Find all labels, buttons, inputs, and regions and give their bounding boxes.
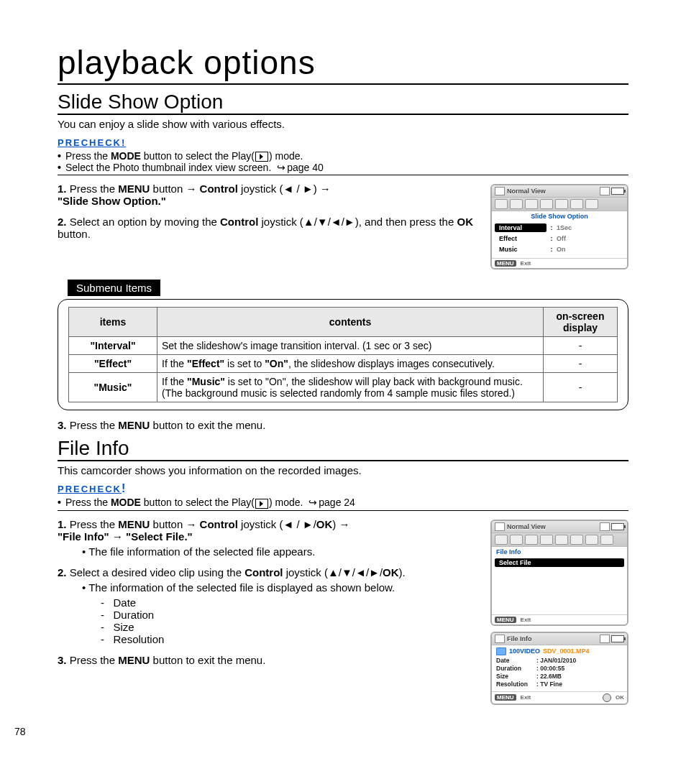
file-info-row: Date: JAN/01/2010 [496, 657, 623, 664]
battery-icon [611, 188, 624, 195]
toolbar-icon [525, 199, 538, 209]
step-text: joystick (▲/▼/◄/►), and then press the [258, 216, 457, 228]
lcd-footer-menu: MENU [495, 694, 516, 701]
toolbar-icon [585, 535, 598, 545]
precheck-item: • Select the Photo thumbnail index view … [58, 162, 628, 173]
lcd-title: File Info [507, 635, 532, 642]
lcd-toolbar [492, 533, 627, 547]
control-ref: Control [244, 566, 283, 578]
sub-bullet: • The information of the selected file i… [82, 581, 477, 594]
toolbar-icon [555, 535, 568, 545]
step-1: 1. Press the MENU button → Control joyst… [58, 183, 477, 207]
precheck-item: • Press the MODE button to select the Pl… [58, 150, 628, 162]
td-item: "Interval" [69, 337, 157, 355]
toolbar-icon [540, 535, 553, 545]
lcd-menu-label: Effect [495, 234, 546, 243]
photo-mode-icon [495, 187, 505, 195]
lcd-footer-exit: Exit [521, 617, 531, 623]
lcd-menu-value: On [557, 246, 566, 253]
card-icon [600, 187, 610, 195]
step-text: button to exit the menu. [150, 419, 265, 431]
section-slide-show-heading: Slide Show Option [58, 91, 628, 115]
control-ref: Control [200, 518, 238, 530]
precheck-text: ) mode. [269, 497, 306, 508]
precheck-block: PRECHECK! • Press the MODE button to sel… [58, 482, 628, 510]
file-path-line: 100VIDEO SDV_0001.MP4 [496, 647, 623, 655]
lcd-highlight: File Info [492, 547, 627, 557]
toolbar-icon [585, 199, 598, 209]
lcd-footer-exit: Exit [521, 260, 531, 267]
ok-button-ref: OK [457, 216, 473, 228]
page-number: 78 [14, 726, 26, 737]
submenu-table-wrap: items contents on-screen display "Interv… [58, 299, 628, 410]
lcd-menu-item: Effect : Off [495, 234, 624, 244]
td-content: If the "Effect" is set to "On", the slid… [157, 355, 544, 373]
card-icon [600, 522, 610, 531]
step-3: 3. Press the MENU button to exit the men… [58, 419, 628, 431]
precheck-text: Press the [65, 497, 111, 508]
td-content: Set the slideshow's image transition int… [157, 337, 544, 355]
td-osd: - [544, 337, 618, 355]
step-3: 3. Press the MENU button to exit the men… [58, 654, 477, 666]
precheck-label: PRECHECK [58, 484, 122, 494]
lcd-file-info-detail: File Info 100VIDEO SDV_0001.MP4 Date: JA… [490, 632, 628, 705]
table-row: "Music" If the "Music" is set to "On", t… [69, 373, 618, 402]
step-text: joystick (◄ / ►/ [238, 518, 316, 530]
control-ref: Control [200, 183, 238, 195]
video-mode-icon [495, 522, 505, 531]
table-row: "Effect" If the "Effect" is set to "On",… [69, 355, 618, 373]
lcd-footer-menu: MENU [495, 260, 516, 267]
td-content: If the "Music" is set to "On", the slide… [157, 373, 544, 402]
step-text: Press the [70, 654, 119, 666]
list-item: Resolution [101, 633, 477, 645]
td-item: "Music" [69, 373, 157, 402]
page-ref: page 24 [319, 497, 355, 508]
submenu-table: items contents on-screen display "Interv… [68, 307, 618, 402]
ok-ref: OK [316, 518, 333, 530]
list-item: Date [101, 596, 477, 609]
step-text: Press the [70, 518, 119, 530]
toolbar-icon [495, 535, 508, 545]
toolbar-icon [570, 535, 583, 545]
step-text: joystick (▲/▼/◄/►/ [283, 566, 383, 578]
submenu-title: Submenu Items [68, 280, 160, 296]
ok-ref: OK [383, 566, 399, 578]
lcd-title: Normal View [507, 188, 546, 195]
step-2: 2. Select an option by moving the Contro… [58, 216, 477, 240]
file-name: SDV_0001.MP4 [543, 647, 590, 655]
toolbar-icon [495, 199, 508, 209]
list-item: Duration [101, 609, 477, 621]
page-ref-icon [306, 497, 319, 508]
lcd-menu-item: Music : On [495, 244, 624, 254]
chapter-title: playback options [58, 43, 628, 85]
toolbar-icon [510, 535, 523, 545]
th-osd: on-screen display [544, 308, 618, 337]
step-text: button [150, 518, 186, 530]
table-row: "Interval" Set the slideshow's image tra… [69, 337, 618, 355]
step-1: 1. Press the MENU button → Control joyst… [58, 518, 477, 558]
lcd-menu-label: Music [495, 245, 546, 254]
step-target: "Select File." [126, 530, 193, 543]
td-osd: - [544, 373, 618, 402]
td-item: "Effect" [69, 355, 157, 373]
precheck-item: • Press the MODE button to select the Pl… [58, 497, 628, 508]
td-osd: - [544, 355, 618, 373]
lcd-select-file: Select File [495, 558, 624, 567]
menu-button-ref: MENU [118, 419, 150, 431]
precheck-text: ) mode. [269, 150, 303, 162]
play-mode-icon [255, 499, 268, 509]
battery-icon [611, 523, 624, 530]
step-text: button. [58, 228, 91, 240]
toolbar-icon [600, 535, 613, 545]
lcd-menu-value: 1Sec [557, 224, 572, 231]
lcd-footer-ok: OK [616, 694, 624, 701]
step-text: ). [399, 566, 406, 578]
toolbar-icon [570, 199, 583, 209]
step-text: Press the [70, 183, 119, 195]
toolbar-icon [525, 535, 538, 545]
th-contents: contents [157, 308, 544, 337]
slide-show-intro: You can enjoy a slide show with various … [58, 118, 628, 130]
lcd-slide-show-option: Normal View Slide Show Option Inter [490, 184, 628, 269]
ok-button-icon [603, 693, 611, 702]
lcd-menu-label: Interval [495, 223, 546, 232]
